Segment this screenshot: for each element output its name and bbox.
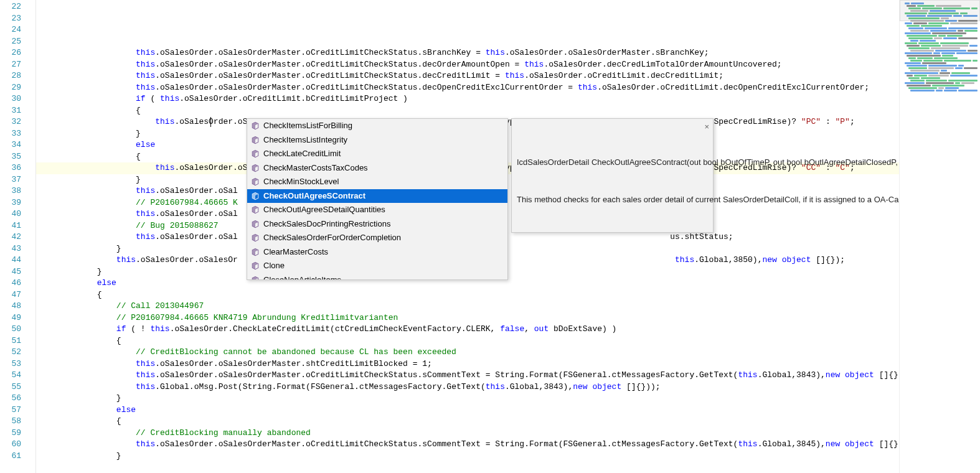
line-number: 45 [0, 266, 21, 278]
tooltip-signature: IcdSalesOrderDetail CheckOutlAgreeSContr… [517, 157, 708, 168]
line-number: 55 [0, 382, 21, 393]
line-number: 40 [0, 208, 21, 220]
line-number: 50 [0, 324, 21, 335]
code-line[interactable]: // Call 2013044967 [36, 301, 899, 312]
line-number: 59 [0, 428, 21, 439]
code-line[interactable]: this.oSalesOrder.oSalesOrderMaster.oCred… [36, 70, 899, 82]
line-number: 24 [0, 24, 21, 36]
autocomplete-item[interactable]: CheckMinStockLevel [247, 175, 507, 189]
line-number: 33 [0, 128, 21, 140]
autocomplete-item[interactable]: CheckSalesOrderForOrderCompletion [247, 231, 507, 245]
line-number: 51 [0, 335, 21, 347]
code-line[interactable]: this.oSalesOrder.oSalesOrderMaster.oCred… [36, 47, 899, 59]
line-number: 35 [0, 151, 21, 163]
code-line[interactable]: { [36, 289, 899, 301]
line-number: 39 [0, 197, 21, 209]
line-number: 57 [0, 405, 21, 416]
autocomplete-label: ClearMasterCosts [263, 246, 328, 258]
line-number: 32 [0, 116, 21, 128]
code-line[interactable]: if ( this.oSalesOrder.oCreditLimit.bCred… [36, 93, 899, 105]
code-line[interactable]: // CreditBlocking cannot be abandoned be… [36, 347, 899, 358]
code-line[interactable]: this.oSalesOrder.oSalesOrderMaster.oCred… [36, 370, 899, 382]
line-number: 34 [0, 139, 21, 151]
autocomplete-label: CheckLateCreditLimit [263, 148, 341, 160]
autocomplete-item[interactable]: ClearMasterCosts [247, 245, 507, 260]
autocomplete-item[interactable]: CloseNonArticleItems [247, 273, 507, 281]
line-number: 22 [0, 1, 21, 13]
minimap-viewport[interactable] [900, 0, 980, 21]
tooltip-description: This method checks for each sales order … [517, 194, 708, 205]
code-line[interactable]: this.Global.oMsg.Post(String.Format(FSGe… [36, 382, 899, 393]
autocomplete-label: CheckMinStockLevel [263, 176, 339, 188]
method-icon [251, 121, 260, 130]
code-line[interactable]: this.oSalesOrder.oSalesOrderMaster.oCred… [36, 82, 899, 94]
autocomplete-item[interactable]: CheckLateCreditLimit [247, 147, 507, 161]
line-number: 26 [0, 47, 21, 59]
code-line[interactable]: { [36, 105, 899, 117]
autocomplete-popup[interactable]: CheckItemsListForBillingCheckItemsListIn… [247, 118, 508, 280]
line-number: 61 [0, 451, 21, 462]
autocomplete-item[interactable]: Clone [247, 259, 507, 273]
autocomplete-label: CheckSalesDocPrintingRestrictions [263, 218, 390, 230]
code-line[interactable] [36, 462, 899, 473]
method-icon [251, 276, 260, 280]
line-number-gutter: 2223242526272829303132333435363738394041… [0, 0, 27, 473]
autocomplete-item[interactable]: CheckOutlAgreeSContract [247, 189, 507, 204]
code-line[interactable]: } [36, 451, 899, 462]
line-number: 28 [0, 70, 21, 82]
autocomplete-label: CheckOutlAgreeSDetailQuantities [263, 204, 385, 216]
method-icon [251, 149, 260, 158]
code-line[interactable]: { [36, 416, 899, 428]
method-icon [251, 136, 260, 144]
text-caret [210, 117, 211, 127]
autocomplete-label: Clone [263, 260, 285, 272]
line-number: 60 [0, 439, 21, 451]
code-editor: 2223242526272829303132333435363738394041… [0, 0, 980, 473]
autocomplete-item[interactable]: CheckMasterCostsTaxCodes [247, 161, 507, 176]
autocomplete-item[interactable]: CheckSalesDocPrintingRestrictions [247, 217, 507, 232]
line-number: 56 [0, 393, 21, 405]
line-number: 44 [0, 255, 21, 266]
autocomplete-label: CloseNonArticleItems [263, 274, 341, 281]
autocomplete-label: CheckItemsListForBilling [263, 120, 352, 132]
line-number: 30 [0, 93, 21, 105]
code-line[interactable]: else [36, 405, 899, 416]
minimap[interactable] [899, 0, 980, 473]
code-line[interactable]: this.oSalesOrder.oSalesOrderMaster.oCred… [36, 439, 899, 451]
line-number: 25 [0, 36, 21, 48]
code-line[interactable]: // P201607984.46665 KNR4719 Abrundung Kr… [36, 312, 899, 324]
code-line[interactable]: this.oSalesOrder.oSalesOrderMaster.shtCr… [36, 358, 899, 370]
close-icon[interactable]: × [704, 121, 709, 133]
code-line[interactable]: { [36, 335, 899, 347]
line-number: 42 [0, 232, 21, 243]
method-icon [251, 248, 260, 256]
line-number: 54 [0, 370, 21, 382]
code-line[interactable]: // CreditBlocking manually abandoned [36, 428, 899, 439]
code-line[interactable]: this.oSalesOrder.oSalesOrderMaster.oCred… [36, 59, 899, 71]
method-icon [251, 233, 260, 242]
autocomplete-label: CheckItemsListIntegrity [263, 134, 347, 146]
line-number: 47 [0, 289, 21, 301]
line-number: 37 [0, 174, 21, 186]
line-number: 23 [0, 13, 21, 25]
method-icon [251, 205, 260, 214]
method-icon [251, 192, 260, 200]
autocomplete-item[interactable]: CheckItemsListForBilling [247, 119, 507, 133]
line-number: 58 [0, 416, 21, 428]
code-line[interactable]: } [36, 393, 899, 405]
line-number: 49 [0, 312, 21, 324]
line-number: 38 [0, 185, 21, 197]
fold-gutter [27, 0, 36, 473]
autocomplete-item[interactable]: CheckOutlAgreeSDetailQuantities [247, 203, 507, 217]
line-number: 29 [0, 82, 21, 94]
autocomplete-tooltip: × IcdSalesOrderDetail CheckOutlAgreeSCon… [511, 118, 714, 233]
line-number: 52 [0, 347, 21, 358]
line-number: 36 [0, 162, 21, 174]
line-number: 53 [0, 358, 21, 370]
line-number: 43 [0, 243, 21, 255]
code-area[interactable]: this.oSalesOrder.oSalesOrderMaster.oCred… [36, 0, 899, 473]
method-icon [251, 177, 260, 186]
autocomplete-item[interactable]: CheckItemsListIntegrity [247, 133, 507, 148]
line-number: 27 [0, 59, 21, 71]
code-line[interactable]: if ( ! this.oSalesOrder.CheckLateCreditL… [36, 324, 899, 335]
